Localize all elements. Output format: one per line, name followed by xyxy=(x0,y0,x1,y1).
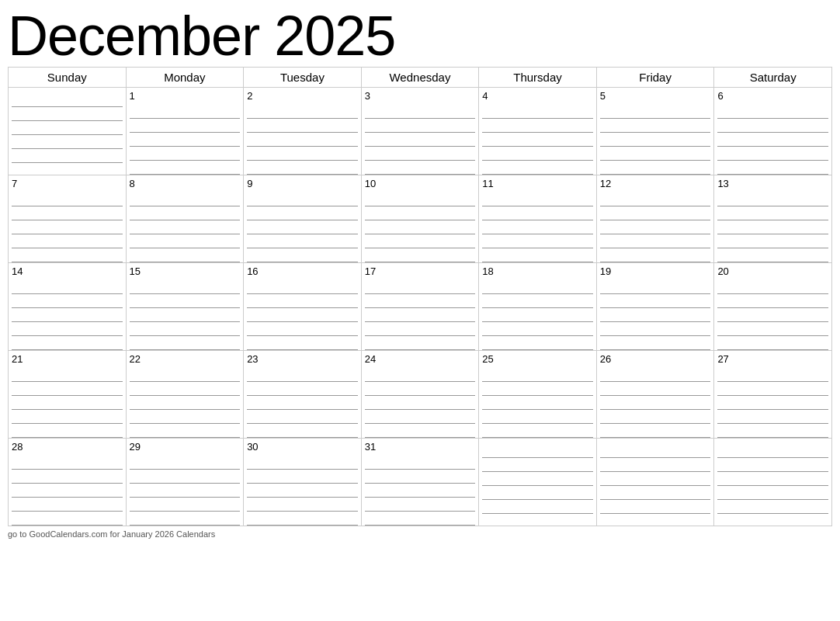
write-line xyxy=(365,396,476,410)
write-line xyxy=(247,294,358,308)
write-line xyxy=(600,280,711,294)
write-line xyxy=(717,424,828,438)
write-line xyxy=(717,308,828,322)
day-header-sunday: Sunday xyxy=(9,68,127,88)
write-line xyxy=(365,336,476,350)
day-number: 23 xyxy=(247,353,358,365)
calendar-cell: 15 xyxy=(126,263,244,351)
write-line xyxy=(365,368,476,382)
day-number: 15 xyxy=(130,265,241,277)
write-line xyxy=(12,248,123,262)
write-line xyxy=(482,458,593,472)
write-line xyxy=(247,308,358,322)
write-line xyxy=(482,147,593,161)
write-line xyxy=(130,498,241,512)
write-line xyxy=(600,308,711,322)
write-line xyxy=(247,280,358,294)
calendar-cell: 20 xyxy=(714,263,832,351)
calendar-cell: 28 xyxy=(9,439,127,526)
write-line xyxy=(482,444,593,458)
write-line xyxy=(130,206,241,220)
write-line xyxy=(717,368,828,382)
cell-lines xyxy=(482,444,593,514)
calendar-cell xyxy=(714,439,832,526)
calendar-cell: 2 xyxy=(244,88,362,175)
days-header: SundayMondayTuesdayWednesdayThursdayFrid… xyxy=(9,68,832,88)
day-number: 10 xyxy=(365,178,476,189)
day-number: 3 xyxy=(365,90,476,102)
write-line xyxy=(247,498,358,512)
calendar-cell: 17 xyxy=(361,263,479,351)
cell-lines xyxy=(482,193,593,262)
calendar-cell: 6 xyxy=(714,88,832,175)
write-line xyxy=(12,498,123,512)
write-line xyxy=(12,410,123,424)
write-line xyxy=(600,105,711,119)
write-line xyxy=(600,486,711,500)
calendar-cell: 3 xyxy=(361,88,479,175)
write-line xyxy=(482,133,593,147)
write-line xyxy=(717,322,828,336)
write-line xyxy=(600,410,711,424)
write-line xyxy=(600,161,711,175)
write-line xyxy=(365,280,476,294)
write-line xyxy=(600,193,711,206)
cell-lines xyxy=(365,456,476,526)
write-line xyxy=(482,308,593,322)
write-line xyxy=(12,234,123,248)
calendar-grid: SundayMondayTuesdayWednesdayThursdayFrid… xyxy=(8,67,832,526)
write-line xyxy=(600,147,711,161)
calendar-cell: 18 xyxy=(479,263,597,351)
write-line xyxy=(365,322,476,336)
calendar-title: December 2025 xyxy=(8,8,832,64)
write-line xyxy=(482,294,593,308)
write-line xyxy=(12,280,123,294)
write-line xyxy=(12,512,123,526)
write-line xyxy=(600,322,711,336)
write-line xyxy=(482,248,593,262)
write-line xyxy=(130,161,241,175)
calendar-cell: 7 xyxy=(9,175,127,263)
write-line xyxy=(247,234,358,248)
write-line xyxy=(130,484,241,498)
day-header-thursday: Thursday xyxy=(479,68,597,88)
calendar-cell: 30 xyxy=(244,439,362,526)
write-line xyxy=(717,294,828,308)
cell-lines xyxy=(130,193,241,262)
write-line xyxy=(482,105,593,119)
week-row-5: 28293031 xyxy=(9,439,832,526)
cell-lines xyxy=(12,93,123,163)
calendar-cell: 9 xyxy=(244,175,362,263)
calendar-cell: 24 xyxy=(361,351,479,439)
write-line xyxy=(600,382,711,396)
cell-lines xyxy=(717,193,828,262)
write-line xyxy=(717,193,828,206)
write-line xyxy=(482,382,593,396)
cell-lines xyxy=(600,368,711,438)
write-line xyxy=(717,133,828,147)
write-line xyxy=(600,234,711,248)
write-line xyxy=(247,336,358,350)
write-line xyxy=(12,294,123,308)
write-line xyxy=(247,396,358,410)
write-line xyxy=(12,93,123,107)
day-number: 28 xyxy=(12,441,123,453)
write-line xyxy=(365,119,476,133)
write-line xyxy=(600,368,711,382)
write-line xyxy=(365,484,476,498)
write-line xyxy=(717,280,828,294)
cell-lines xyxy=(247,280,358,350)
write-line xyxy=(247,382,358,396)
cell-lines xyxy=(130,280,241,350)
write-line xyxy=(130,193,241,206)
write-line xyxy=(482,336,593,350)
write-line xyxy=(717,382,828,396)
calendar-cell: 25 xyxy=(479,351,597,439)
write-line xyxy=(12,424,123,438)
calendar-cell: 27 xyxy=(714,351,832,439)
calendar-cell: 4 xyxy=(479,88,597,175)
write-line xyxy=(247,206,358,220)
write-line xyxy=(482,234,593,248)
write-line xyxy=(247,322,358,336)
cell-lines xyxy=(600,444,711,514)
